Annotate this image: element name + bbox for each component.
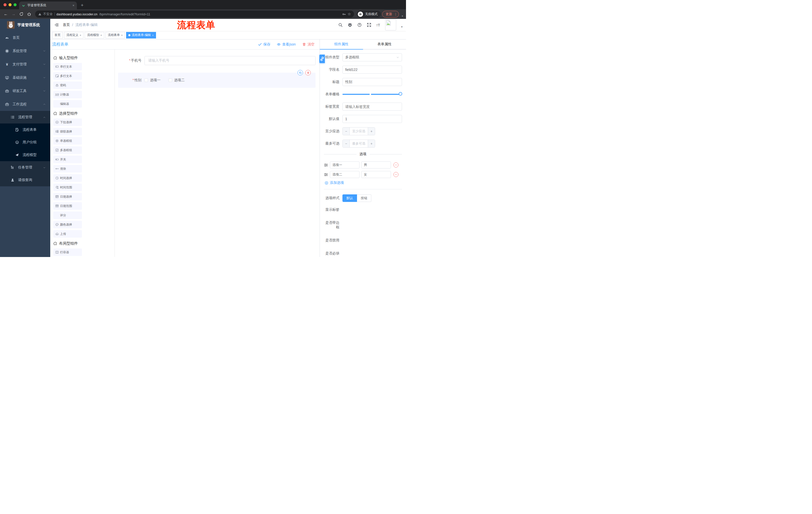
save-button[interactable]: 保存 xyxy=(258,42,270,47)
option-label-input[interactable] xyxy=(330,161,359,168)
style-button-button[interactable]: 按钮 xyxy=(357,194,371,202)
minimize-window-button[interactable] xyxy=(8,3,11,6)
gender-option-1[interactable]: 选项一 xyxy=(144,78,161,82)
default-value-input[interactable] xyxy=(343,115,402,123)
palette-item-日期选择[interactable]: 日期选择 xyxy=(53,193,82,200)
palette-item-行容器[interactable]: 行容器 xyxy=(53,248,82,256)
hamburger-button[interactable] xyxy=(52,21,61,29)
tag[interactable]: 流程表单× xyxy=(106,32,125,38)
drag-handle-icon[interactable] xyxy=(324,163,328,167)
stepper-plus-button[interactable]: + xyxy=(368,128,375,135)
forward-button[interactable]: → xyxy=(10,11,17,17)
add-option-button[interactable]: 添加选项 xyxy=(325,181,402,185)
user-menu-caret-icon[interactable]: ▾ xyxy=(401,25,403,28)
option-label-input[interactable] xyxy=(330,171,359,178)
min-select-stepper[interactable]: −至少应选+ xyxy=(343,127,375,135)
tag-active[interactable]: 流程表单-编辑× xyxy=(126,32,156,38)
form-canvas[interactable]: *手机号 请输入手机号 *性别 选项一 选项二 xyxy=(115,50,320,257)
sidebar-item-任务管理[interactable]: 任务管理 xyxy=(0,161,50,174)
palette-item-上传[interactable]: 上传 xyxy=(53,230,82,238)
tab-form-props[interactable]: 表单属性 xyxy=(363,39,406,49)
sidebar-item-首页[interactable]: 首页 xyxy=(0,31,50,44)
style-default-button[interactable]: 默认 xyxy=(343,194,357,202)
password-key-icon[interactable] xyxy=(342,12,346,16)
new-tab-button[interactable]: + xyxy=(79,2,85,8)
palette-item-单选框组[interactable]: 单选框组 xyxy=(53,137,82,144)
sidebar-item-流程表单[interactable]: 流程表单 xyxy=(0,124,50,136)
tag-close-icon[interactable]: × xyxy=(100,34,102,37)
palette-item-计数器[interactable]: 123计数器 xyxy=(53,91,82,98)
stepper-minus-button[interactable]: − xyxy=(343,140,350,147)
sidebar-item-基础设施[interactable]: 基础设施 xyxy=(0,71,50,84)
tag-close-icon[interactable]: × xyxy=(152,34,153,37)
profile-caret-icon[interactable]: ▾ xyxy=(402,15,403,17)
help-icon[interactable] xyxy=(357,23,362,27)
fullscreen-icon[interactable] xyxy=(367,23,371,27)
tab-close-icon[interactable]: × xyxy=(72,3,75,7)
avatar[interactable] xyxy=(385,19,396,30)
title-input[interactable] xyxy=(343,78,402,86)
palette-item-密码[interactable]: 密码 xyxy=(53,81,82,89)
sidebar-item-系统管理[interactable]: 系统管理 xyxy=(0,44,50,58)
update-button[interactable]: 更新 ⋮ xyxy=(382,11,399,18)
tag-close-icon[interactable]: × xyxy=(80,34,81,37)
close-window-button[interactable] xyxy=(3,3,6,6)
checkbox-icon[interactable] xyxy=(144,78,148,82)
form-grid-slider[interactable] xyxy=(343,90,402,98)
slider-handle[interactable] xyxy=(399,92,402,96)
panel-link-tag[interactable] xyxy=(319,55,325,63)
stepper-plus-button[interactable]: + xyxy=(368,140,375,147)
bookmark-star-icon[interactable]: ☆ xyxy=(348,12,351,16)
palette-item-多选框组[interactable]: 多选框组 xyxy=(53,146,82,154)
palette-item-下拉选择[interactable]: 下拉选择 xyxy=(53,118,82,126)
sidebar-item-用户分组[interactable]: 用户分组 xyxy=(0,136,50,148)
url-bar[interactable]: 不安全 dashboard.yudao.iocoder.cn /bpm/mana… xyxy=(35,10,354,18)
clear-button[interactable]: 清空 xyxy=(302,42,315,47)
sidebar-item-研发工具[interactable]: 研发工具 xyxy=(0,84,50,98)
option-value-input[interactable] xyxy=(361,161,391,168)
palette-item-颜色选择[interactable]: 颜色选择 xyxy=(53,221,82,228)
palette-item-时间范围[interactable]: 时间范围 xyxy=(53,184,82,191)
palette-item-单行文本[interactable]: 单行文本 xyxy=(53,63,82,71)
delete-component-button[interactable] xyxy=(305,70,311,76)
view-json-button[interactable]: 查看json xyxy=(277,42,296,47)
tag[interactable]: 流程模型× xyxy=(85,32,104,38)
tag[interactable]: 流程定义× xyxy=(64,32,83,38)
sidebar-item-请假查询[interactable]: 请假查询 xyxy=(0,174,50,186)
remove-option-button[interactable] xyxy=(394,162,399,167)
tag-close-icon[interactable]: × xyxy=(121,34,123,37)
palette-item-日期范围[interactable]: 日期范围 xyxy=(53,202,82,210)
tab-component-props[interactable]: 组件属性 xyxy=(320,39,363,49)
remove-option-button[interactable] xyxy=(394,172,399,177)
palette-item-开关[interactable]: 开关 xyxy=(53,156,82,163)
tag[interactable]: 首页 xyxy=(52,32,63,38)
zoom-window-button[interactable] xyxy=(13,3,17,6)
font-size-icon[interactable]: TT xyxy=(376,23,380,27)
back-button[interactable]: ← xyxy=(2,11,9,17)
option-value-input[interactable] xyxy=(361,171,391,178)
canvas-field-gender-selected[interactable]: *性别 选项一 选项二 xyxy=(118,73,316,88)
search-icon[interactable] xyxy=(338,23,343,27)
canvas-field-phone[interactable]: *手机号 请输入手机号 xyxy=(118,56,316,65)
palette-item-多行文本[interactable]: 多行文本 xyxy=(53,72,82,80)
stepper-minus-button[interactable]: − xyxy=(343,128,350,135)
checkbox-icon[interactable] xyxy=(169,78,172,82)
sidebar-item-支付管理[interactable]: ¥支付管理 xyxy=(0,58,50,71)
reload-button[interactable] xyxy=(18,11,25,17)
phone-input[interactable]: 请输入手机号 xyxy=(144,56,316,65)
drag-handle-icon[interactable] xyxy=(324,172,328,177)
palette-item-级联选择[interactable]: 级联选择 xyxy=(53,128,82,135)
palette-item-时间选择[interactable]: 时间选择 xyxy=(53,174,82,182)
browser-menu-icon[interactable]: ⋮ xyxy=(394,12,397,16)
sidebar-item-工作流程[interactable]: 工作流程 xyxy=(0,98,50,111)
max-select-stepper[interactable]: −最多可选+ xyxy=(343,140,375,147)
palette-item-滑块[interactable]: 滑块 xyxy=(53,165,82,172)
component-type-select[interactable]: 多选框组 xyxy=(343,53,402,61)
label-width-input[interactable] xyxy=(343,103,402,111)
palette-item-编辑器[interactable]: 编辑器 xyxy=(53,100,82,108)
not-secure-label[interactable]: 不安全 xyxy=(43,12,53,16)
breadcrumb-home[interactable]: 首页 xyxy=(63,23,70,27)
home-button[interactable] xyxy=(26,11,32,17)
browser-tab[interactable]: 芋道管理系统 × xyxy=(19,1,77,9)
copy-component-button[interactable] xyxy=(297,70,303,76)
